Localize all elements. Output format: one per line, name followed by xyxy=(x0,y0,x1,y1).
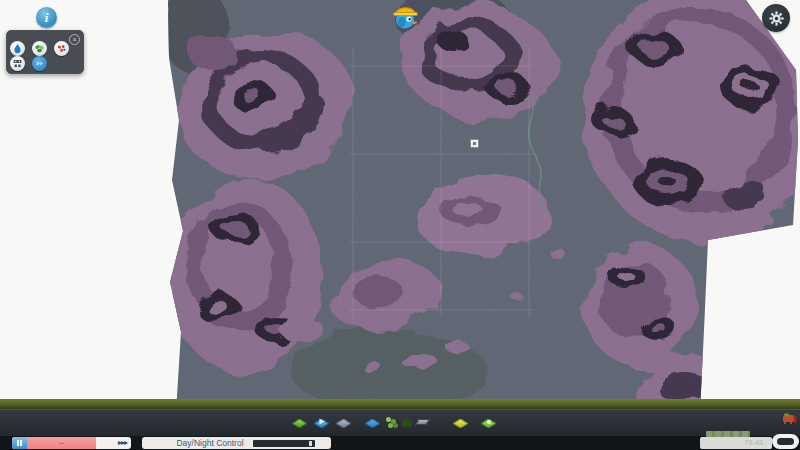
right-readout: 79.43 xyxy=(700,437,772,449)
growth-tool-green-button[interactable] xyxy=(481,414,497,430)
pause-icon xyxy=(17,440,22,446)
trees-icon xyxy=(401,417,413,427)
steel-diamond-icon xyxy=(336,419,352,429)
water-info-button[interactable] xyxy=(10,41,25,56)
gear-icon xyxy=(769,11,784,26)
day-night-slider[interactable] xyxy=(253,440,315,447)
bulldozer-icon xyxy=(780,411,798,427)
terrain-tool-steel-button[interactable] xyxy=(336,414,352,430)
resource-forest-tool-button[interactable] xyxy=(399,414,415,430)
main-toolbar xyxy=(0,409,800,436)
water-diamond-icon xyxy=(365,419,381,429)
options-button[interactable] xyxy=(762,4,790,32)
arrow-icon xyxy=(320,419,325,425)
map-tile-cursor xyxy=(470,139,479,148)
routes-info-button[interactable] xyxy=(10,56,25,71)
status-bar: – ▸▸▸ Day/Night Control 79.43 xyxy=(0,436,800,450)
game-screen: i × xyxy=(0,0,800,450)
wind-info-button[interactable] xyxy=(32,56,47,71)
simulation-speed-control: – ▸▸▸ xyxy=(12,437,131,449)
surface-icon xyxy=(415,419,430,425)
chirper-bird-icon xyxy=(394,8,419,29)
day-night-slider-handle[interactable] xyxy=(309,441,312,446)
leaves-icon xyxy=(34,43,45,54)
water-tool-button[interactable] xyxy=(365,414,381,430)
day-night-control: Day/Night Control xyxy=(142,437,331,449)
routes-icon xyxy=(12,58,23,69)
green-diamond-icon xyxy=(292,419,308,429)
ore-icon xyxy=(56,43,67,54)
zoning-tool-yellow-button[interactable] xyxy=(453,414,469,430)
ore-info-button[interactable] xyxy=(54,41,69,56)
speed-up-button[interactable]: ▸▸▸ xyxy=(118,437,131,449)
surface-tool-button[interactable] xyxy=(415,414,431,430)
yellow-diamond-icon xyxy=(453,419,469,429)
map-view[interactable] xyxy=(0,0,800,412)
resource-rocks-tool-button[interactable] xyxy=(383,414,399,430)
close-icon[interactable]: × xyxy=(69,34,80,45)
natural-resources-info-button[interactable] xyxy=(32,41,47,56)
time-progress-bar[interactable]: – xyxy=(27,437,96,449)
bulldozer-button[interactable] xyxy=(780,411,798,427)
terrain-tool-green-button[interactable] xyxy=(292,414,308,430)
pause-button[interactable] xyxy=(12,437,27,449)
terrain-edge-rim xyxy=(0,399,800,409)
panel-toggle-button[interactable] xyxy=(772,434,799,449)
info-views-button[interactable]: i xyxy=(36,7,57,28)
rocks-icon xyxy=(386,417,391,422)
water-drop-icon xyxy=(12,43,23,54)
chirper-mascot[interactable] xyxy=(390,1,422,31)
arrow-icon xyxy=(34,58,45,69)
terrain-tool-blue-arrow-button[interactable] xyxy=(314,414,330,430)
info-views-panel: × xyxy=(6,30,84,74)
toggle-pill-icon xyxy=(777,438,794,445)
dot-icon xyxy=(487,420,491,424)
